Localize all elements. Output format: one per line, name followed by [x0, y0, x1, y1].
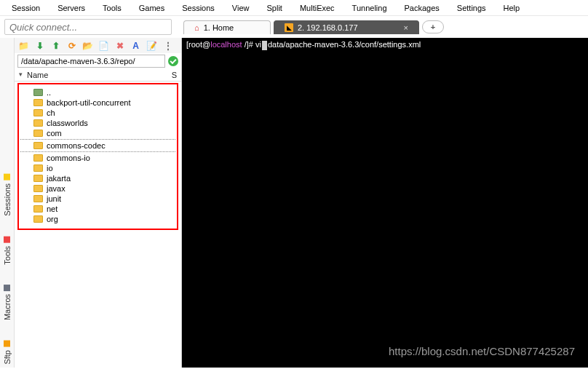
side-tab-tools[interactable]: Tools — [3, 237, 12, 265]
menu-tunneling[interactable]: Tunneling — [343, 1, 396, 15]
prompt-host: localhost — [210, 40, 242, 49]
side-tab-label: Macros — [3, 294, 12, 320]
folder-row[interactable]: jakarta — [20, 173, 175, 183]
edit-icon[interactable]: 📝 — [146, 40, 157, 51]
upload-icon[interactable]: ⬆ — [50, 40, 61, 51]
folder-icon — [33, 175, 43, 182]
folder-icon — [33, 185, 43, 192]
folder-label: net — [47, 205, 57, 213]
folder-label: ch — [47, 108, 55, 117]
side-tab-sftp[interactable]: Sftp — [3, 341, 12, 365]
side-tab-icon — [4, 285, 10, 291]
terminal-cursor — [262, 41, 267, 50]
more-icon[interactable]: ⋮ — [162, 40, 173, 51]
folder-row[interactable]: .. — [20, 87, 175, 98]
tab-ssh-session[interactable]: ◣ 2. 192.168.0.177 × — [274, 20, 419, 34]
folder-icon — [33, 195, 43, 202]
folder-icon — [33, 154, 43, 162]
tab-home[interactable]: ⌂ 1. Home — [183, 20, 271, 34]
tab-ssh-label: 2. 192.168.0.177 — [298, 23, 358, 32]
menu-view[interactable]: View — [223, 1, 258, 15]
menu-tools[interactable]: Tools — [94, 1, 130, 15]
folder-label: junit — [47, 194, 61, 203]
menu-packages[interactable]: Packages — [396, 1, 448, 15]
menu-split[interactable]: Split — [258, 1, 291, 15]
cmd-after: data/apache-maven-3.6.3/conf/settings.xm… — [268, 40, 421, 49]
folder-label: com — [47, 129, 62, 138]
folder-up-icon — [33, 89, 43, 96]
folder-icon — [33, 130, 43, 137]
menu-help[interactable]: Help — [495, 1, 529, 15]
folder-label: backport-util-concurrent — [47, 98, 131, 107]
folder-icon — [33, 205, 43, 213]
watermark: https://blog.csdn.net/CSDN877425287 — [389, 345, 575, 357]
folder-icon — [33, 164, 43, 172]
menu-servers[interactable]: Servers — [49, 1, 94, 15]
folder-row[interactable]: org — [20, 214, 175, 224]
folder-row[interactable]: junit — [20, 194, 175, 204]
folder-label: javax — [47, 184, 65, 193]
download-icon[interactable]: ⬇ — [34, 40, 45, 51]
side-tab-macros[interactable]: Macros — [3, 285, 12, 320]
folder-row[interactable]: classworlds — [20, 118, 175, 128]
file-tree: ..backport-util-concurrentchclassworldsc… — [17, 83, 178, 230]
folder-icon — [33, 109, 43, 116]
refresh-icon[interactable]: ⟳ — [66, 40, 77, 51]
folder-row[interactable]: backport-util-concurrent — [20, 98, 175, 108]
folder-label: commons-codec — [47, 141, 106, 150]
folder-label: io — [47, 164, 53, 172]
folder-row[interactable]: net — [20, 204, 175, 214]
close-icon[interactable]: × — [404, 23, 408, 32]
side-tab-icon — [4, 341, 10, 347]
folder-label: org — [47, 215, 58, 223]
delete-icon[interactable]: ✖ — [114, 40, 125, 51]
menu-sessions[interactable]: Sessions — [173, 1, 223, 15]
folder-icon[interactable]: 📁 — [18, 40, 29, 51]
side-tab-icon — [4, 237, 10, 243]
side-tab-label: Tools — [3, 246, 12, 265]
folder-label: commons-io — [47, 154, 90, 162]
col-name: Name — [27, 71, 48, 79]
terminal-icon: ◣ — [285, 23, 293, 32]
folder-label: jakarta — [47, 174, 71, 183]
tab-home-label: 1. Home — [204, 23, 234, 32]
side-tab-sessions[interactable]: Sessions — [3, 174, 12, 216]
copy-icon[interactable]: 📄 — [98, 40, 109, 51]
col-size: S — [172, 71, 177, 79]
folder-row[interactable]: ch — [20, 108, 175, 118]
folder-label: .. — [47, 88, 51, 97]
menu-multiexec[interactable]: MultiExec — [291, 1, 343, 15]
menu-games[interactable]: Games — [130, 1, 173, 15]
folder-icon — [33, 99, 43, 106]
folder-row[interactable]: commons-codec — [20, 140, 175, 151]
prompt-user: [root@ — [186, 40, 210, 49]
folder-icon — [33, 119, 43, 127]
menu-session[interactable]: Session — [3, 1, 49, 15]
new-tab-button[interactable]: + — [422, 20, 444, 33]
terminal[interactable]: [root@localhost /]# vidata/apache-maven-… — [182, 38, 588, 368]
side-tab-label: Sessions — [3, 183, 12, 216]
folder-row[interactable]: javax — [20, 183, 175, 194]
side-tab-label: Sftp — [3, 350, 12, 365]
prompt-tail: /]# — [242, 40, 255, 49]
folder-label: classworlds — [47, 119, 88, 127]
path-ok-icon — [168, 56, 178, 66]
path-input[interactable] — [17, 55, 165, 68]
folder-icon — [33, 142, 43, 149]
cmd-before: vi — [255, 40, 261, 49]
find-icon[interactable]: A — [130, 40, 141, 51]
quick-connect-input[interactable] — [4, 19, 172, 35]
menu-settings[interactable]: Settings — [448, 1, 495, 15]
home-icon: ⌂ — [194, 23, 199, 32]
newdir-icon[interactable]: 📂 — [82, 40, 93, 51]
side-tab-icon — [4, 174, 10, 180]
folder-icon — [33, 215, 43, 223]
folder-row[interactable]: com — [20, 128, 175, 138]
folder-row[interactable]: commons-io — [20, 153, 175, 163]
file-list-header[interactable]: ▾ Name S — [15, 69, 181, 82]
folder-row[interactable]: io — [20, 163, 175, 173]
sort-icon: ▾ — [19, 71, 23, 79]
